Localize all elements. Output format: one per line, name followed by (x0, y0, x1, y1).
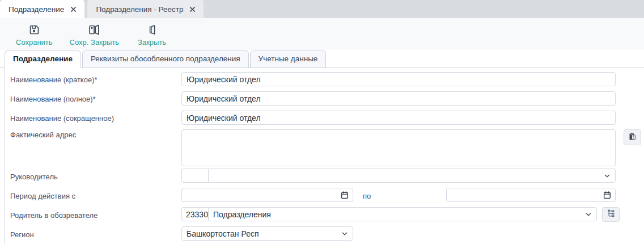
form-tab-rekvizity[interactable]: Реквизиты обособленного подразделения (82, 51, 249, 68)
period-from-input[interactable] (181, 188, 353, 202)
tab-close-icon[interactable] (189, 6, 196, 12)
toolbar: Сохранить Сохр. Закрыть Закрыть (0, 18, 644, 50)
period-from-label: Период действия с (10, 192, 75, 200)
chevron-down-icon[interactable] (338, 230, 353, 238)
parent-value[interactable]: Подразделения (209, 210, 582, 219)
window-tab-label: Подразделения - Реестр (96, 5, 183, 14)
save-button[interactable]: Сохранить (11, 21, 57, 48)
form-panel-border (4, 68, 5, 244)
form-tab-label: Реквизиты обособленного подразделения (91, 54, 240, 63)
parent-label: Родитель в обозревателе (10, 211, 98, 220)
chevron-down-icon[interactable] (582, 211, 596, 218)
name-full-input[interactable] (181, 91, 616, 106)
parent-combobox[interactable]: 23330 Подразделения (181, 207, 597, 221)
calendar-icon[interactable] (599, 191, 615, 200)
manager-label: Руководитель (10, 173, 58, 181)
name-short-input[interactable] (181, 72, 616, 86)
window-tab-label: Подразделение (9, 5, 64, 14)
period-to-label: по (363, 192, 371, 200)
name-short-label: Наименование (краткое)* (10, 75, 98, 84)
region-combobox[interactable]: Башкортостан Респ (181, 226, 353, 241)
app-window: Подразделение Подразделения - Реестр Сох… (0, 0, 644, 244)
name-abbr-input[interactable] (181, 111, 616, 125)
parent-code-value[interactable]: 23330 (182, 208, 209, 221)
save-close-icon (88, 23, 100, 36)
manager-code-value[interactable] (182, 169, 209, 182)
clipboard-icon (628, 132, 637, 144)
form-tab-bar: Подразделение Реквизиты обособленного по… (0, 51, 644, 68)
close-door-icon (146, 23, 158, 36)
period-to-input[interactable] (446, 188, 616, 202)
window-tab-podrazdelenie[interactable]: Подразделение (0, 0, 84, 18)
address-textarea[interactable] (181, 129, 616, 166)
window-tab-reestr[interactable]: Подразделения - Реестр (87, 0, 204, 18)
open-tree-button[interactable] (602, 207, 620, 222)
form-tab-label: Подразделение (13, 54, 73, 63)
calendar-icon[interactable] (337, 191, 353, 200)
close-label: Закрыть (138, 38, 166, 47)
tree-hierarchy-icon (607, 209, 616, 220)
save-close-label: Сохр. Закрыть (70, 38, 120, 47)
form-tab-podrazdelenie[interactable]: Подразделение (5, 51, 81, 68)
form-tab-uchetnye[interactable]: Учетные данные (250, 51, 327, 68)
name-full-label: Наименование (полное)* (10, 95, 96, 103)
close-button[interactable]: Закрыть (132, 21, 172, 48)
chevron-down-icon[interactable] (601, 172, 615, 180)
save-close-button[interactable]: Сохр. Закрыть (65, 21, 124, 48)
form-tab-label: Учетные данные (259, 54, 318, 63)
save-label: Сохранить (16, 38, 53, 47)
save-icon (28, 23, 40, 36)
name-abbr-label: Наименование (сокращенное) (10, 114, 114, 123)
address-label: Фактический адрес (10, 131, 76, 139)
paste-address-button[interactable] (624, 129, 641, 145)
region-value[interactable]: Башкортостан Респ (182, 229, 338, 238)
tab-close-icon[interactable] (70, 6, 77, 12)
window-tab-bar: Подразделение Подразделения - Реестр (0, 0, 644, 18)
region-label: Регион (10, 230, 34, 239)
manager-combobox[interactable] (181, 169, 616, 183)
